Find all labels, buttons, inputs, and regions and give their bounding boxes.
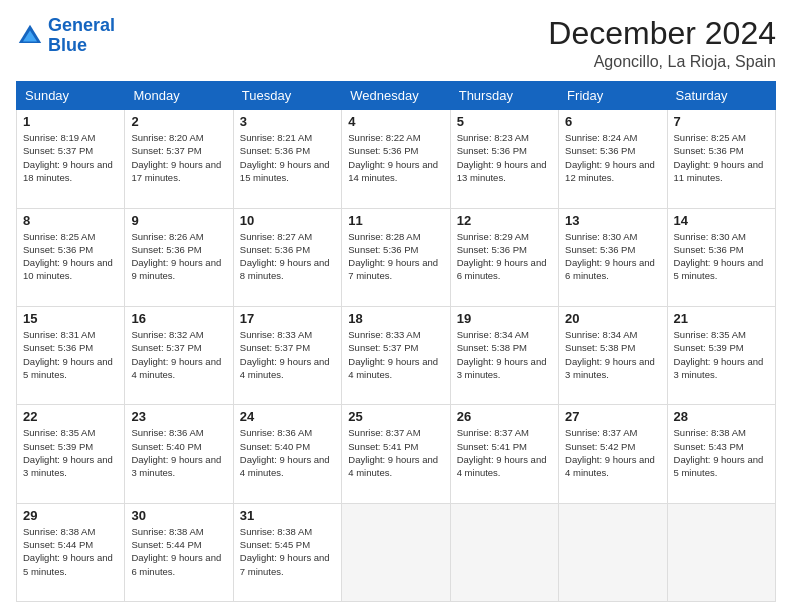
day-number: 28 — [674, 409, 769, 424]
day-info: Sunrise: 8:36 AM Sunset: 5:40 PM Dayligh… — [131, 426, 226, 479]
day-number: 12 — [457, 213, 552, 228]
day-info: Sunrise: 8:33 AM Sunset: 5:37 PM Dayligh… — [348, 328, 443, 381]
day-number: 18 — [348, 311, 443, 326]
day-number: 1 — [23, 114, 118, 129]
table-row — [559, 503, 667, 601]
col-thursday: Thursday — [450, 82, 558, 110]
col-wednesday: Wednesday — [342, 82, 450, 110]
day-info: Sunrise: 8:34 AM Sunset: 5:38 PM Dayligh… — [457, 328, 552, 381]
day-number: 10 — [240, 213, 335, 228]
table-row — [450, 503, 558, 601]
day-info: Sunrise: 8:31 AM Sunset: 5:36 PM Dayligh… — [23, 328, 118, 381]
day-number: 14 — [674, 213, 769, 228]
month-title: December 2024 — [548, 16, 776, 51]
day-number: 13 — [565, 213, 660, 228]
table-row: 16 Sunrise: 8:32 AM Sunset: 5:37 PM Dayl… — [125, 306, 233, 404]
table-row: 2 Sunrise: 8:20 AM Sunset: 5:37 PM Dayli… — [125, 110, 233, 208]
table-row: 30 Sunrise: 8:38 AM Sunset: 5:44 PM Dayl… — [125, 503, 233, 601]
calendar-week-3: 15 Sunrise: 8:31 AM Sunset: 5:36 PM Dayl… — [17, 306, 776, 404]
day-info: Sunrise: 8:35 AM Sunset: 5:39 PM Dayligh… — [23, 426, 118, 479]
day-info: Sunrise: 8:38 AM Sunset: 5:44 PM Dayligh… — [23, 525, 118, 578]
header-row: Sunday Monday Tuesday Wednesday Thursday… — [17, 82, 776, 110]
day-number: 4 — [348, 114, 443, 129]
day-info: Sunrise: 8:38 AM Sunset: 5:43 PM Dayligh… — [674, 426, 769, 479]
table-row: 9 Sunrise: 8:26 AM Sunset: 5:36 PM Dayli… — [125, 208, 233, 306]
logo: General Blue — [16, 16, 115, 56]
day-number: 27 — [565, 409, 660, 424]
day-number: 25 — [348, 409, 443, 424]
day-info: Sunrise: 8:27 AM Sunset: 5:36 PM Dayligh… — [240, 230, 335, 283]
day-info: Sunrise: 8:23 AM Sunset: 5:36 PM Dayligh… — [457, 131, 552, 184]
table-row: 3 Sunrise: 8:21 AM Sunset: 5:36 PM Dayli… — [233, 110, 341, 208]
table-row: 28 Sunrise: 8:38 AM Sunset: 5:43 PM Dayl… — [667, 405, 775, 503]
day-number: 8 — [23, 213, 118, 228]
logo-line1: General — [48, 15, 115, 35]
table-row: 25 Sunrise: 8:37 AM Sunset: 5:41 PM Dayl… — [342, 405, 450, 503]
day-info: Sunrise: 8:35 AM Sunset: 5:39 PM Dayligh… — [674, 328, 769, 381]
day-info: Sunrise: 8:19 AM Sunset: 5:37 PM Dayligh… — [23, 131, 118, 184]
day-number: 11 — [348, 213, 443, 228]
calendar-week-5: 29 Sunrise: 8:38 AM Sunset: 5:44 PM Dayl… — [17, 503, 776, 601]
table-row: 24 Sunrise: 8:36 AM Sunset: 5:40 PM Dayl… — [233, 405, 341, 503]
table-row — [342, 503, 450, 601]
day-info: Sunrise: 8:28 AM Sunset: 5:36 PM Dayligh… — [348, 230, 443, 283]
day-info: Sunrise: 8:24 AM Sunset: 5:36 PM Dayligh… — [565, 131, 660, 184]
calendar-week-1: 1 Sunrise: 8:19 AM Sunset: 5:37 PM Dayli… — [17, 110, 776, 208]
table-row: 7 Sunrise: 8:25 AM Sunset: 5:36 PM Dayli… — [667, 110, 775, 208]
day-number: 31 — [240, 508, 335, 523]
table-row: 27 Sunrise: 8:37 AM Sunset: 5:42 PM Dayl… — [559, 405, 667, 503]
day-number: 3 — [240, 114, 335, 129]
calendar-week-4: 22 Sunrise: 8:35 AM Sunset: 5:39 PM Dayl… — [17, 405, 776, 503]
table-row: 15 Sunrise: 8:31 AM Sunset: 5:36 PM Dayl… — [17, 306, 125, 404]
table-row: 31 Sunrise: 8:38 AM Sunset: 5:45 PM Dayl… — [233, 503, 341, 601]
day-info: Sunrise: 8:34 AM Sunset: 5:38 PM Dayligh… — [565, 328, 660, 381]
table-row: 10 Sunrise: 8:27 AM Sunset: 5:36 PM Dayl… — [233, 208, 341, 306]
table-row — [667, 503, 775, 601]
day-number: 6 — [565, 114, 660, 129]
table-row: 21 Sunrise: 8:35 AM Sunset: 5:39 PM Dayl… — [667, 306, 775, 404]
day-info: Sunrise: 8:32 AM Sunset: 5:37 PM Dayligh… — [131, 328, 226, 381]
calendar-table: Sunday Monday Tuesday Wednesday Thursday… — [16, 81, 776, 602]
table-row: 4 Sunrise: 8:22 AM Sunset: 5:36 PM Dayli… — [342, 110, 450, 208]
day-info: Sunrise: 8:22 AM Sunset: 5:36 PM Dayligh… — [348, 131, 443, 184]
day-info: Sunrise: 8:37 AM Sunset: 5:41 PM Dayligh… — [457, 426, 552, 479]
table-row: 11 Sunrise: 8:28 AM Sunset: 5:36 PM Dayl… — [342, 208, 450, 306]
day-number: 7 — [674, 114, 769, 129]
day-number: 24 — [240, 409, 335, 424]
day-info: Sunrise: 8:20 AM Sunset: 5:37 PM Dayligh… — [131, 131, 226, 184]
day-info: Sunrise: 8:29 AM Sunset: 5:36 PM Dayligh… — [457, 230, 552, 283]
day-info: Sunrise: 8:37 AM Sunset: 5:41 PM Dayligh… — [348, 426, 443, 479]
day-number: 19 — [457, 311, 552, 326]
day-number: 15 — [23, 311, 118, 326]
day-number: 29 — [23, 508, 118, 523]
table-row: 23 Sunrise: 8:36 AM Sunset: 5:40 PM Dayl… — [125, 405, 233, 503]
day-info: Sunrise: 8:38 AM Sunset: 5:45 PM Dayligh… — [240, 525, 335, 578]
logo-line2: Blue — [48, 35, 87, 55]
table-row: 13 Sunrise: 8:30 AM Sunset: 5:36 PM Dayl… — [559, 208, 667, 306]
table-row: 26 Sunrise: 8:37 AM Sunset: 5:41 PM Dayl… — [450, 405, 558, 503]
day-info: Sunrise: 8:30 AM Sunset: 5:36 PM Dayligh… — [674, 230, 769, 283]
day-info: Sunrise: 8:38 AM Sunset: 5:44 PM Dayligh… — [131, 525, 226, 578]
table-row: 14 Sunrise: 8:30 AM Sunset: 5:36 PM Dayl… — [667, 208, 775, 306]
col-monday: Monday — [125, 82, 233, 110]
day-number: 17 — [240, 311, 335, 326]
col-saturday: Saturday — [667, 82, 775, 110]
table-row: 1 Sunrise: 8:19 AM Sunset: 5:37 PM Dayli… — [17, 110, 125, 208]
table-row: 19 Sunrise: 8:34 AM Sunset: 5:38 PM Dayl… — [450, 306, 558, 404]
table-row: 17 Sunrise: 8:33 AM Sunset: 5:37 PM Dayl… — [233, 306, 341, 404]
table-row: 20 Sunrise: 8:34 AM Sunset: 5:38 PM Dayl… — [559, 306, 667, 404]
table-row: 12 Sunrise: 8:29 AM Sunset: 5:36 PM Dayl… — [450, 208, 558, 306]
table-row: 8 Sunrise: 8:25 AM Sunset: 5:36 PM Dayli… — [17, 208, 125, 306]
day-number: 2 — [131, 114, 226, 129]
table-row: 29 Sunrise: 8:38 AM Sunset: 5:44 PM Dayl… — [17, 503, 125, 601]
day-info: Sunrise: 8:25 AM Sunset: 5:36 PM Dayligh… — [23, 230, 118, 283]
table-row: 18 Sunrise: 8:33 AM Sunset: 5:37 PM Dayl… — [342, 306, 450, 404]
day-number: 30 — [131, 508, 226, 523]
col-tuesday: Tuesday — [233, 82, 341, 110]
day-number: 20 — [565, 311, 660, 326]
day-number: 21 — [674, 311, 769, 326]
day-number: 5 — [457, 114, 552, 129]
col-friday: Friday — [559, 82, 667, 110]
table-row: 6 Sunrise: 8:24 AM Sunset: 5:36 PM Dayli… — [559, 110, 667, 208]
day-number: 9 — [131, 213, 226, 228]
